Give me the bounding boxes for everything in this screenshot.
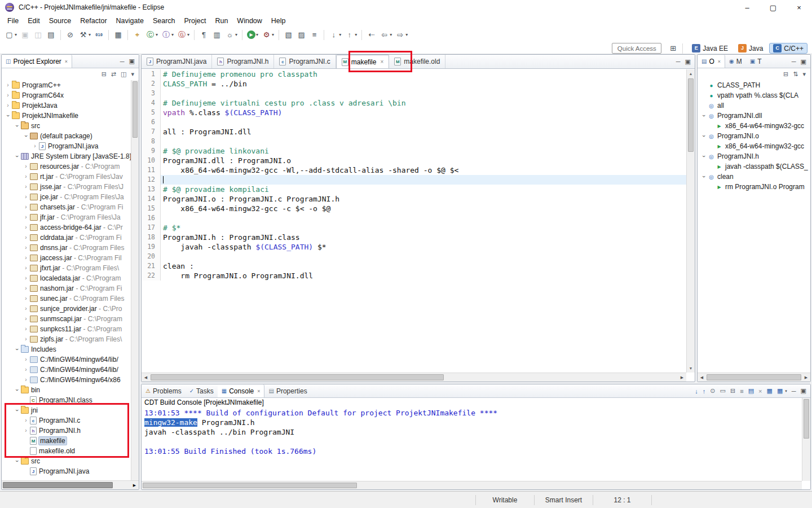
maximize-view-icon[interactable]: ▣: [129, 58, 135, 65]
tree-item-programjni-class[interactable]: CProgramJNI.class: [2, 395, 131, 405]
tree-item-src[interactable]: ›src: [2, 121, 131, 131]
collapsed-arrow-icon[interactable]: ›: [22, 203, 30, 211]
editor-vertical-scrollbar[interactable]: ▲ ▼: [686, 69, 695, 373]
tree-item-default-package[interactable]: ›(default package): [2, 131, 131, 141]
collapsed-arrow-icon[interactable]: ›: [22, 305, 30, 313]
collapsed-arrow-icon[interactable]: ›: [22, 274, 30, 282]
previous-annotation-button[interactable]: ↑▾: [343, 29, 358, 41]
open-console-view-button[interactable]: ▦: [112, 29, 124, 41]
tree-item-nashorn-jar[interactable]: ›nashorn.jar - C:\Program Fi: [2, 283, 131, 294]
collapsed-arrow-icon[interactable]: ›: [22, 234, 30, 242]
run-button[interactable]: ▶▾: [246, 29, 259, 41]
show-whitespace-button[interactable]: ¶: [198, 29, 210, 41]
import-button[interactable]: ▧: [283, 29, 294, 41]
dropdown-arrow-icon[interactable]: ▾: [785, 389, 787, 393]
line-code[interactable]: # $@ provadime kompilaci: [161, 185, 686, 194]
tree-item-sunmscapi-jar[interactable]: ›sunmscapi.jar - C:\Program: [2, 314, 131, 324]
menu-run[interactable]: Run: [210, 15, 232, 27]
perspective-java[interactable]: JJava: [734, 43, 767, 54]
menu-help[interactable]: Help: [267, 15, 290, 27]
tree-item-jsse-jar[interactable]: ›jsse.jar - C:\Program Files\J: [2, 182, 131, 192]
line-code[interactable]: # Definujeme promenou pro classpath: [161, 69, 686, 79]
editor-horizontal-scrollbar[interactable]: ◀ ▶: [142, 373, 686, 382]
outline-view-tab-outline[interactable]: ▤O×: [698, 55, 725, 68]
remove-launch-icon[interactable]: ×: [758, 388, 762, 395]
editor-tab-programjni-h[interactable]: hProgramJNI.h: [212, 55, 274, 68]
word-wrap-icon[interactable]: ≡: [740, 388, 743, 395]
dropdown-arrow-icon[interactable]: ▾: [355, 32, 357, 37]
display-selected-console-icon[interactable]: ▦: [766, 387, 772, 395]
dropdown-arrow-icon[interactable]: ▾: [339, 32, 341, 37]
line-code[interactable]: javah -classpath $(CLASS_PATH) $*: [161, 242, 686, 252]
search-button[interactable]: ⌖: [131, 29, 143, 41]
dropdown-arrow-icon[interactable]: ▾: [171, 32, 174, 37]
expanded-arrow-icon[interactable]: ›: [13, 345, 21, 353]
save-all-button[interactable]: ◫: [32, 29, 44, 41]
console-tab-tasks[interactable]: ✓Tasks: [186, 384, 218, 397]
expanded-arrow-icon[interactable]: ›: [13, 406, 21, 414]
menu-edit[interactable]: Edit: [23, 15, 45, 27]
tree-item-sunec-jar[interactable]: ›sunec.jar - C:\Program Files: [2, 294, 131, 304]
tree-item-sunjce-provider-jar[interactable]: ›sunjce_provider.jar - C:\Pro: [2, 304, 131, 314]
line-code[interactable]: [161, 137, 686, 146]
line-code[interactable]: vpath %.class $(CLASS_PATH): [161, 108, 686, 117]
tree-item-programc[interactable]: ›ProgramC++: [2, 80, 131, 90]
line-code[interactable]: [161, 175, 686, 185]
tree-item-cldrdata-jar[interactable]: ›cldrdata.jar - C:\Program Fi: [2, 233, 131, 243]
console-output[interactable]: 13:01:53 **** Build of configuration Def…: [142, 408, 802, 481]
close-window-button[interactable]: ×: [786, 0, 812, 15]
tree-item-programjni-h[interactable]: ›hProgramJNI.h: [2, 426, 131, 436]
collapsed-arrow-icon[interactable]: ›: [22, 366, 30, 374]
show-blocks-button[interactable]: ▥: [211, 29, 223, 41]
expanded-arrow-icon[interactable]: ›: [700, 132, 708, 140]
tree-item-jfxrt-jar[interactable]: ›jfxrt.jar - C:\Program Files\: [2, 263, 131, 273]
close-tab-icon[interactable]: ×: [380, 59, 383, 65]
dropdown-arrow-icon[interactable]: ▾: [187, 32, 189, 37]
explorer-horizontal-scrollbar[interactable]: ▶: [2, 480, 139, 489]
close-view-icon[interactable]: ×: [65, 59, 68, 64]
dropdown-arrow-icon[interactable]: ▾: [89, 32, 91, 37]
scroll-left-icon[interactable]: ◀: [142, 373, 150, 382]
scroll-down-icon[interactable]: ▼: [687, 364, 695, 373]
tree-item-resources-jar[interactable]: ›resources.jar - C:\Program: [2, 161, 131, 172]
expanded-arrow-icon[interactable]: ›: [700, 112, 708, 120]
skip-all-breakpoints-button[interactable]: ⊘: [64, 29, 76, 41]
mark-occurrences-button[interactable]: ☼▾: [224, 29, 239, 41]
customize-view-icon[interactable]: ◫: [121, 71, 126, 78]
editor-content[interactable]: 1# Definujeme promenou pro classpath2CLA…: [142, 69, 686, 373]
collapsed-arrow-icon[interactable]: ›: [22, 244, 30, 252]
expanded-arrow-icon[interactable]: ›: [13, 457, 21, 465]
line-code[interactable]: x86_64-w64-mingw32-gcc -c $< -o $@: [161, 204, 686, 213]
collapsed-arrow-icon[interactable]: ›: [22, 417, 30, 424]
line-code[interactable]: CLASS_PATH = ../bin: [161, 79, 686, 89]
expanded-arrow-icon[interactable]: ›: [700, 173, 708, 181]
collapsed-arrow-icon[interactable]: ›: [22, 183, 30, 191]
open-log-icon[interactable]: ▤: [748, 387, 754, 395]
maximize-view-icon[interactable]: ▣: [801, 387, 806, 395]
open-console-icon[interactable]: ▦: [777, 387, 783, 395]
line-code[interactable]: [161, 89, 686, 98]
tree-item-programjni-java[interactable]: ›JProgramJNI.java: [2, 141, 131, 151]
collapsed-arrow-icon[interactable]: ›: [22, 173, 30, 181]
tree-item-localedata-jar[interactable]: ›localedata.jar - C:\Program: [2, 273, 131, 283]
new-button[interactable]: ▢▾: [3, 29, 18, 41]
outline-item-rm-programjni-o-program[interactable]: ▶rm ProgramJNI.o Program: [698, 182, 810, 192]
quick-access-box[interactable]: Quick Access: [612, 43, 661, 54]
close-view-icon[interactable]: ×: [718, 59, 721, 64]
scrollbar-thumb[interactable]: [804, 399, 809, 439]
line-code[interactable]: clean :: [161, 261, 686, 271]
outline-item-javah-classpath-class[interactable]: ▶javah -classpath $(CLASS_: [698, 161, 810, 172]
collapsed-arrow-icon[interactable]: ›: [22, 295, 30, 303]
outline-item-x86-64-w64-mingw32-gcc[interactable]: ▶x86_64-w64-mingw32-gcc: [698, 141, 810, 151]
tree-item-projektjnimakefile[interactable]: ›ProjektJNImakefile: [2, 111, 131, 121]
tree-item-sunpkcs11-jar[interactable]: ›sunpkcs11.jar - C:\Program: [2, 324, 131, 334]
line-code[interactable]: # $@ provadime linkovani: [161, 146, 686, 156]
dropdown-arrow-icon[interactable]: ▾: [390, 32, 392, 37]
collapsed-arrow-icon[interactable]: ›: [22, 325, 30, 333]
tree-item-jni[interactable]: ›jni: [2, 405, 131, 415]
line-code[interactable]: ProgramJNI.o : ProgramJNI.c ProgramJNI.h: [161, 194, 686, 204]
link-with-editor-icon[interactable]: ⇄: [111, 71, 116, 78]
console-tab-properties[interactable]: ▤Properties: [264, 384, 311, 397]
tree-item-access-bridge-64-jar[interactable]: ›access-bridge-64.jar - C:\Pr: [2, 222, 131, 233]
scrollbar-thumb[interactable]: [707, 374, 801, 380]
